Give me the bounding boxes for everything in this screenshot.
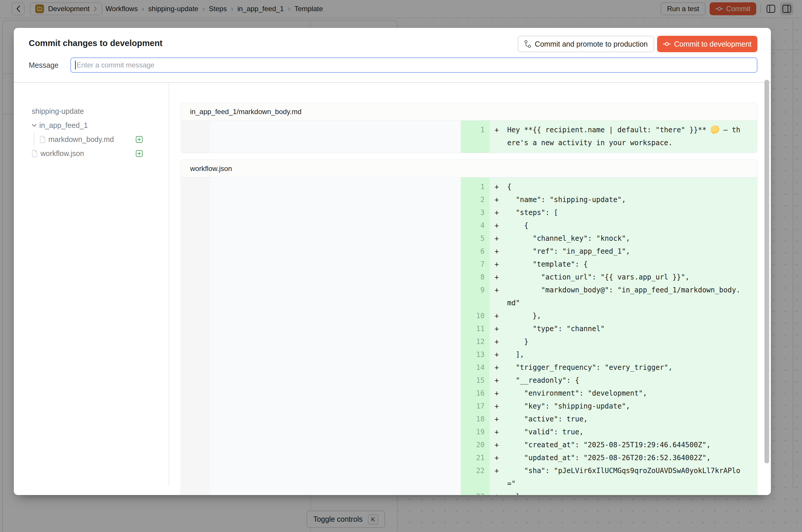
diff-added-marker: + [490, 400, 507, 413]
diff-panel: workflow.json1+{2+ "name": "shipping-upd… [181, 159, 758, 495]
diff-line-content: { [507, 180, 742, 193]
file-added-icon [136, 150, 143, 157]
diff-line: 14+ "trigger_frequency": "every_trigger"… [181, 361, 757, 374]
wave-emoji [710, 125, 720, 134]
diff-added-marker: + [490, 348, 507, 361]
diff-file-title: workflow.json [181, 160, 757, 177]
diff-line: 4+ { [181, 219, 757, 232]
file-icon [32, 150, 38, 157]
tree-folder-in-app-feed[interactable]: in_app_feed_1 [32, 121, 88, 130]
diff-list: in_app_feed_1/markdown_body.md1+Hey **{{… [181, 103, 758, 495]
diff-line-content: "action_url": "{{ vars.app_url }}", [507, 271, 742, 284]
diff-line: 21+ "updated_at": "2025-08-26T20:26:52.3… [181, 451, 757, 464]
diff-line: 9+ "markdown_body@": "in_app_feed_1/mark… [181, 284, 757, 309]
modal-header-divider [14, 82, 771, 83]
line-number: 16 [461, 387, 490, 400]
commit-message-input[interactable]: Enter a commit message [70, 57, 758, 73]
tree-root-label: shipping-update [32, 107, 84, 116]
diff-line-content: "environment": "development", [507, 387, 742, 400]
diff-line: 12+ } [181, 335, 757, 348]
diff-line: 1+Hey **{{ recipient.name | default: "th… [181, 124, 757, 149]
line-number: 20 [461, 438, 490, 451]
diff-line: 22+ "sha": "pJeLVir6xIlUCMGqs9qroZoUAVDS… [181, 464, 757, 490]
diff-added-marker: + [490, 124, 507, 149]
diff-line: 7+ "template": { [181, 258, 757, 271]
line-number: 17 [461, 400, 490, 413]
line-number: 12 [461, 335, 490, 348]
diff-line-content: ], [507, 348, 742, 361]
line-number: 7 [461, 258, 490, 271]
diff-line: 15+ "__readonly": { [181, 374, 757, 387]
text-caret [75, 61, 76, 70]
sidebar-divider [169, 83, 169, 486]
diff-added-marker: + [490, 490, 507, 495]
line-number: 4 [461, 219, 490, 232]
diff-line: 18+ "active": true, [181, 413, 757, 425]
diff-line-content: "trigger_frequency": "every_trigger", [507, 361, 742, 374]
diff-added-marker: + [490, 245, 507, 258]
diff-added-marker: + [490, 258, 507, 271]
diff-line-content: "__readonly": { [507, 374, 742, 387]
diff-added-marker: + [490, 284, 507, 309]
diff-line: 2+ "name": "shipping-update", [181, 193, 757, 206]
line-number: 5 [461, 232, 490, 245]
line-number: 6 [461, 245, 490, 258]
diff-added-marker: + [490, 322, 507, 335]
diff-line-content: "ref": "in_app_feed_1", [507, 245, 742, 258]
diff-line-content: "type": "channel" [507, 322, 742, 335]
line-number: 2 [461, 193, 490, 206]
diff-line: 16+ "environment": "development", [181, 387, 757, 400]
diff-added-marker: + [490, 425, 507, 438]
file-added-icon [136, 136, 143, 143]
diff-line-content: } [507, 490, 742, 495]
diff-file-title: in_app_feed_1/markdown_body.md [181, 103, 757, 120]
line-number: 8 [461, 271, 490, 284]
line-number: 1 [461, 180, 490, 193]
line-number: 3 [461, 206, 490, 219]
modal-scrollbar[interactable] [764, 80, 769, 463]
diff-body: 1+Hey **{{ recipient.name | default: "th… [181, 120, 757, 153]
diff-added-marker: + [490, 451, 507, 464]
diff-line: 17+ "key": "shipping-update", [181, 400, 757, 413]
diff-line-content: "key": "shipping-update", [507, 400, 742, 413]
tree-file-workflow-json[interactable]: workflow.json [32, 149, 84, 158]
line-number: 18 [461, 413, 490, 425]
line-number: 9 [461, 284, 490, 309]
diff-added-marker: + [490, 206, 507, 219]
diff-added-marker: + [490, 374, 507, 387]
diff-added-marker: + [490, 413, 507, 425]
diff-line: 11+ "type": "channel" [181, 322, 757, 335]
diff-body: 1+{2+ "name": "shipping-update",3+ "step… [181, 177, 757, 495]
diff-added-marker: + [490, 438, 507, 451]
line-number: 15 [461, 374, 490, 387]
diff-line-content: } [507, 335, 742, 348]
message-placeholder: Enter a commit message [77, 61, 154, 69]
commit-to-development-button[interactable]: Commit to development [657, 36, 758, 52]
diff-line-content: }, [507, 309, 742, 322]
diff-line: 5+ "channel_key": "knock", [181, 232, 757, 245]
diff-added-marker: + [490, 271, 507, 284]
diff-line-content: "channel_key": "knock", [507, 232, 742, 245]
diff-line-content: { [507, 219, 742, 232]
diff-added-marker: + [490, 193, 507, 206]
diff-line-content: "updated_at": "2025-08-26T20:26:52.36400… [507, 451, 742, 464]
diff-line-content: "steps": [ [507, 206, 742, 219]
line-number: 22 [461, 464, 490, 490]
diff-line-content: "created_at": "2025-08-25T19:29:46.64450… [507, 438, 742, 451]
commit-promote-button[interactable]: Commit and promote to production [518, 36, 654, 52]
diff-line: 19+ "valid": true, [181, 425, 757, 438]
line-number: 1 [461, 124, 490, 149]
diff-added-marker: + [490, 232, 507, 245]
diff-line: 13+ ], [181, 348, 757, 361]
diff-line: 1+{ [181, 180, 757, 193]
modal-title: Commit changes to development [29, 38, 163, 48]
diff-added-marker: + [490, 219, 507, 232]
diff-line: 20+ "created_at": "2025-08-25T19:29:46.6… [181, 438, 757, 451]
diff-added-marker: + [490, 309, 507, 322]
tree-connector-line [34, 133, 34, 146]
line-number: 13 [461, 348, 490, 361]
diff-line-content: "markdown_body@": "in_app_feed_1/markdow… [507, 284, 742, 309]
tree-file-markdown-body[interactable]: markdown_body.md [40, 135, 114, 144]
diff-line-content: "sha": "pJeLVir6xIlUCMGqs9qroZoUAVDSwA0y… [507, 464, 742, 490]
diff-line-content: Hey **{{ recipient.name | default: "ther… [507, 124, 742, 149]
